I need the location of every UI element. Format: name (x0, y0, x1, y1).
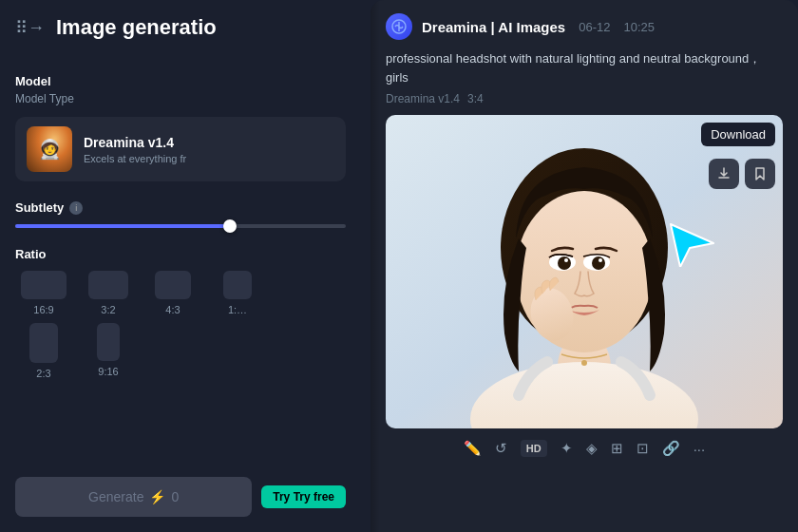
generate-icon: ⚡ (149, 489, 165, 504)
ratio-text-9-16: 9:16 (98, 366, 118, 377)
ratio-box-1-1 (223, 271, 252, 299)
info-icon[interactable]: i (69, 201, 83, 215)
ratio-grid-row2: 2:3 9:16 (15, 323, 346, 379)
free-label: Try free (294, 490, 334, 504)
ratio-box-3-2 (88, 271, 128, 299)
download-tooltip-label: Download (711, 127, 766, 142)
ratio-item-1-1[interactable]: 1:… (209, 271, 266, 315)
svg-point-10 (564, 258, 568, 262)
astronaut-icon: 🧑‍🚀 (38, 138, 62, 161)
model-info: Dreamina v1.4 Excels at everything fr (84, 135, 334, 164)
ratio-item-16-9[interactable]: 16:9 (15, 271, 72, 315)
app-logo-icon (391, 19, 407, 34)
bottom-toolbar: ✏️ ↺ HD ✦ ◈ ⊞ ⊡ 🔗 ··· (370, 428, 798, 468)
ratio-item-2-3[interactable]: 2:3 (15, 323, 72, 379)
right-header: Dreamina | AI Images 06-12 10:25 (370, 0, 798, 49)
bookmark-button[interactable] (745, 159, 775, 189)
right-panel: Dreamina | AI Images 06-12 10:25 profess… (370, 0, 798, 532)
panel-title: Image generatio (56, 15, 217, 40)
app-logo (386, 13, 412, 40)
resize-icon[interactable]: ⊡ (636, 440, 649, 457)
prompt-text: professional headshot with natural light… (370, 49, 798, 92)
hd-button[interactable]: HD (521, 440, 547, 457)
model-card[interactable]: 🧑‍🚀 Dreamina v1.4 Excels at everything f… (15, 117, 346, 181)
try-free-badge[interactable]: Try Try free (261, 485, 346, 508)
prompt-tags: Dreamina v1.4 3:4 (370, 92, 798, 115)
ratio-text-1-1: 1:… (228, 304, 247, 315)
header-time: 10:25 (623, 20, 655, 34)
generate-button[interactable]: Generate ⚡ 0 (15, 477, 252, 517)
edit-icon[interactable]: ✏️ (464, 440, 482, 457)
cursor-arrow (661, 219, 718, 271)
slider-fill (15, 224, 230, 228)
image-action-row (709, 159, 775, 189)
ratio-text-2-3: 2:3 (36, 368, 50, 379)
duration-tag: 3:4 (467, 92, 484, 105)
model-section: Model Model Type 🧑‍🚀 Dreamina v1.4 Excel… (15, 74, 346, 181)
ratio-box-16-9 (21, 271, 66, 299)
enhance-icon[interactable]: ✦ (560, 440, 573, 457)
ratio-text-4-3: 4:3 (165, 304, 180, 315)
model-thumbnail: 🧑‍🚀 (27, 126, 72, 172)
more-icon[interactable]: ··· (694, 441, 706, 457)
left-panel: ⠿→ Image generatio Model Model Type 🧑‍🚀 … (0, 0, 361, 532)
subtlety-section: Subtlety i (15, 200, 346, 228)
ratio-item-9-16[interactable]: 9:16 (80, 323, 137, 379)
filter-icon[interactable]: ◈ (586, 440, 598, 457)
ratio-grid-row1: 16:9 3:2 4:3 1:… (15, 271, 346, 315)
menu-icon[interactable]: ⠿→ (15, 17, 45, 38)
cursor-arrow-icon (661, 219, 718, 267)
app-name: Dreamina | AI Images (422, 19, 565, 35)
generate-label: Generate (88, 489, 143, 504)
subtlety-header: Subtlety i (15, 200, 346, 215)
download-icon (716, 166, 732, 181)
ratio-box-2-3 (29, 323, 58, 363)
crop-icon[interactable]: ⊞ (611, 440, 623, 457)
slider-thumb[interactable] (223, 219, 237, 233)
ratio-item-3-2[interactable]: 3:2 (80, 271, 137, 315)
bookmark-icon (752, 166, 768, 181)
ratio-text-16-9: 16:9 (33, 304, 53, 315)
svg-point-9 (592, 256, 605, 270)
download-button[interactable] (709, 159, 739, 189)
ratio-text-3-2: 3:2 (101, 304, 115, 315)
refresh-icon[interactable]: ↺ (495, 440, 507, 457)
generate-row: Generate ⚡ 0 Try Try free (15, 477, 346, 517)
svg-point-13 (581, 360, 587, 366)
svg-point-11 (598, 258, 602, 262)
model-name: Dreamina v1.4 (84, 135, 334, 150)
header-date: 06-12 (579, 20, 610, 34)
svg-marker-14 (671, 224, 713, 267)
model-type-label: Model Type (15, 92, 346, 105)
image-container: Download (386, 115, 783, 428)
model-description: Excels at everything fr (84, 153, 264, 164)
download-tooltip: Download (701, 123, 775, 146)
ratio-item-4-3[interactable]: 4:3 (144, 271, 201, 315)
subtlety-label: Subtlety (15, 200, 64, 215)
panel-header: ⠿→ Image generatio (15, 15, 346, 51)
generate-cost: 0 (171, 489, 179, 504)
try-free-label: Try (273, 490, 293, 504)
ratio-box-4-3 (155, 271, 191, 299)
link-icon[interactable]: 🔗 (662, 440, 680, 457)
ratio-label: Ratio (15, 247, 346, 261)
model-tag: Dreamina v1.4 (386, 92, 460, 105)
ratio-section: Ratio 16:9 3:2 4:3 1:… 2:3 (15, 247, 346, 379)
svg-point-8 (558, 256, 571, 270)
model-thumbnail-image: 🧑‍🚀 (27, 126, 72, 172)
model-section-label: Model (15, 74, 346, 88)
subtlety-slider[interactable] (15, 224, 346, 228)
ratio-box-9-16 (97, 323, 120, 361)
